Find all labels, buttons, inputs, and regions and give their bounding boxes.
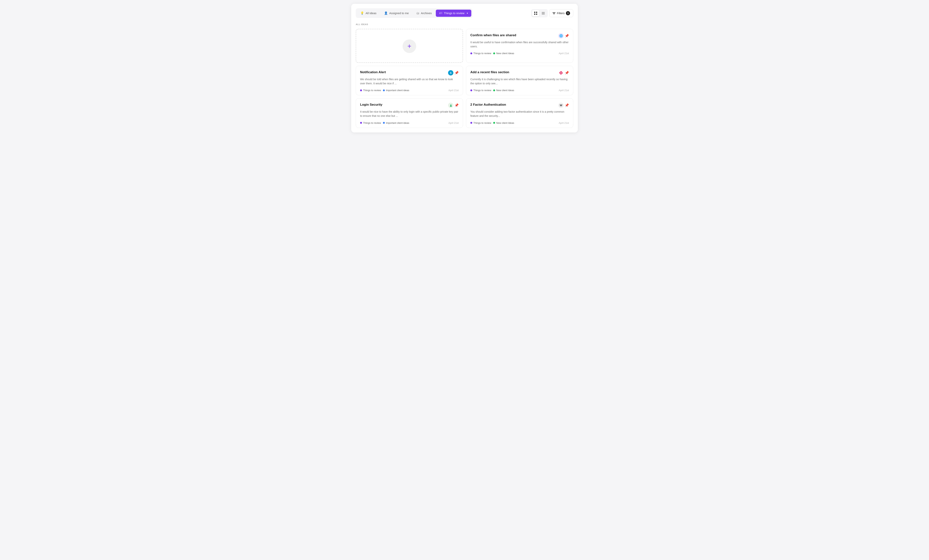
- chevron-down-icon: ▾: [467, 12, 468, 15]
- card-date: April 21st: [559, 89, 569, 92]
- tag-dot-purple: [360, 89, 362, 91]
- tag-label: New client Ideas: [496, 52, 514, 55]
- slack-svg: [559, 71, 563, 75]
- card-date: April 21st: [559, 52, 569, 55]
- card-title: Confirm when files are shared: [471, 33, 516, 37]
- svg-rect-3: [536, 14, 537, 15]
- pin-icon: 📌: [565, 71, 569, 75]
- grid-icon: [534, 12, 537, 15]
- archive-icon: 🗂: [416, 12, 419, 15]
- list-view-button[interactable]: [540, 10, 547, 17]
- slack-icon: [558, 70, 564, 75]
- card-tags: Things to review Important client ideas: [360, 121, 409, 124]
- zendesk-svg: [449, 104, 452, 107]
- tab-things-to-review[interactable]: 🏷 Things to review ▾: [436, 10, 471, 17]
- svg-rect-1: [536, 12, 537, 13]
- tag-things-to-review: Things to review: [471, 52, 491, 55]
- tab-archives-label: Archives: [421, 12, 432, 15]
- tab-review-label: Things to review: [444, 12, 464, 15]
- card-tags: Things to review New client Ideas: [471, 52, 514, 55]
- filters-label: Filters: [557, 12, 564, 15]
- tag-things-to-review: Things to review: [471, 121, 491, 124]
- card-tags: Things to review Important client ideas: [360, 89, 409, 92]
- tag-dot-green: [493, 122, 495, 124]
- tag-icon: 🏷: [439, 12, 442, 15]
- pin-icon: 📌: [565, 103, 569, 107]
- card-header: Notification Alert S 📌: [360, 70, 458, 75]
- tab-all-ideas[interactable]: 💡 All Ideas: [357, 9, 380, 17]
- add-new-card[interactable]: +: [356, 29, 463, 63]
- card-confirm-files[interactable]: Confirm when files are shared 🌐 📌 It wou…: [466, 29, 573, 63]
- card-body: You should consider adding two-factor au…: [471, 110, 569, 118]
- card-login-security[interactable]: Login Security 📌 It would be nice to hav…: [356, 98, 463, 128]
- tag-dot-green: [493, 52, 495, 54]
- card-recent-files[interactable]: Add a recent files section 📌 Currently i…: [466, 66, 573, 95]
- card-icons: 📌: [558, 70, 569, 75]
- svg-rect-0: [534, 12, 535, 13]
- svg-rect-2: [534, 14, 535, 15]
- tag-label: New client Ideas: [496, 121, 514, 124]
- tag-important-client-ideas: Important client ideas: [383, 121, 409, 124]
- tag-label: Things to review: [474, 52, 491, 55]
- tag-label: New client Ideas: [496, 89, 514, 92]
- card-icons: 🌐 📌: [558, 33, 569, 38]
- card-footer: Things to review Important client ideas …: [360, 89, 458, 92]
- bulb-icon: 💡: [360, 11, 364, 15]
- tab-archives[interactable]: 🗂 Archives: [413, 10, 435, 17]
- card-body: Currently it is challenging to see which…: [471, 77, 569, 86]
- notion-icon: W: [558, 103, 564, 108]
- tag-label: Things to review: [474, 89, 491, 92]
- tag-things-to-review: Things to review: [471, 89, 491, 92]
- view-toggle: [531, 9, 548, 17]
- tag-important-client-ideas: Important client ideas: [383, 89, 409, 92]
- card-body: It would be nice to have the ability to …: [360, 110, 458, 118]
- tag-dot-purple: [471, 122, 472, 124]
- card-title: Notification Alert: [360, 70, 386, 74]
- grid-view-button[interactable]: [532, 10, 539, 17]
- salesforce-icon: S: [448, 70, 453, 75]
- tag-new-client-ideas: New client Ideas: [493, 121, 514, 124]
- svg-rect-5: [542, 13, 545, 14]
- section-label: ALL IDEAS: [356, 23, 573, 26]
- tab-assigned-to-me[interactable]: 👤 Assigned to me: [381, 9, 412, 17]
- filter-icon: [552, 12, 555, 15]
- card-icons: 📌: [448, 103, 458, 108]
- person-icon: 👤: [384, 11, 388, 15]
- card-notification-alert[interactable]: Notification Alert S 📌 We should be told…: [356, 66, 463, 95]
- card-icons: W 📌: [558, 103, 569, 108]
- tag-dot-purple: [471, 52, 472, 54]
- card-tags: Things to review New client Ideas: [471, 121, 514, 124]
- tag-label: Important client ideas: [386, 89, 409, 92]
- tag-new-client-ideas: New client Ideas: [493, 89, 514, 92]
- card-title: 2 Factor Authentication: [471, 103, 506, 107]
- filters-count-badge: 1: [566, 11, 570, 15]
- svg-rect-4: [542, 12, 545, 13]
- card-header: 2 Factor Authentication W 📌: [471, 103, 569, 108]
- card-tags: Things to review New client Ideas: [471, 89, 514, 92]
- cards-grid: + Confirm when files are shared 🌐 📌 It w…: [356, 29, 573, 128]
- tag-label: Things to review: [474, 121, 491, 124]
- filters-button[interactable]: Filters 1: [549, 9, 573, 17]
- card-header: Login Security 📌: [360, 103, 458, 108]
- toolbar-right: Filters 1: [531, 9, 573, 17]
- list-icon: [541, 12, 545, 15]
- tag-label: Things to review: [363, 89, 381, 92]
- card-header: Add a recent files section 📌: [471, 70, 569, 75]
- page-container: 💡 All Ideas 👤 Assigned to me 🗂 Archives …: [351, 4, 578, 132]
- card-footer: Things to review Important client ideas …: [360, 121, 458, 124]
- card-title: Add a recent files section: [471, 70, 509, 74]
- globe-icon: 🌐: [558, 33, 564, 38]
- card-date: April 21st: [559, 121, 569, 124]
- card-footer: Things to review New client Ideas April …: [471, 52, 569, 55]
- tag-dot-blue: [383, 89, 385, 91]
- card-footer: Things to review New client Ideas April …: [471, 121, 569, 124]
- pin-icon: 📌: [454, 103, 458, 107]
- card-body: We should be told when files are getting…: [360, 77, 458, 86]
- add-button[interactable]: +: [403, 40, 416, 53]
- card-2fa[interactable]: 2 Factor Authentication W 📌 You should c…: [466, 98, 573, 128]
- card-date: April 21st: [448, 89, 458, 92]
- nav-tabs: 💡 All Ideas 👤 Assigned to me 🗂 Archives …: [356, 8, 472, 18]
- tab-assigned-label: Assigned to me: [389, 12, 409, 15]
- card-header: Confirm when files are shared 🌐 📌: [471, 33, 569, 38]
- tag-dot-purple: [360, 122, 362, 124]
